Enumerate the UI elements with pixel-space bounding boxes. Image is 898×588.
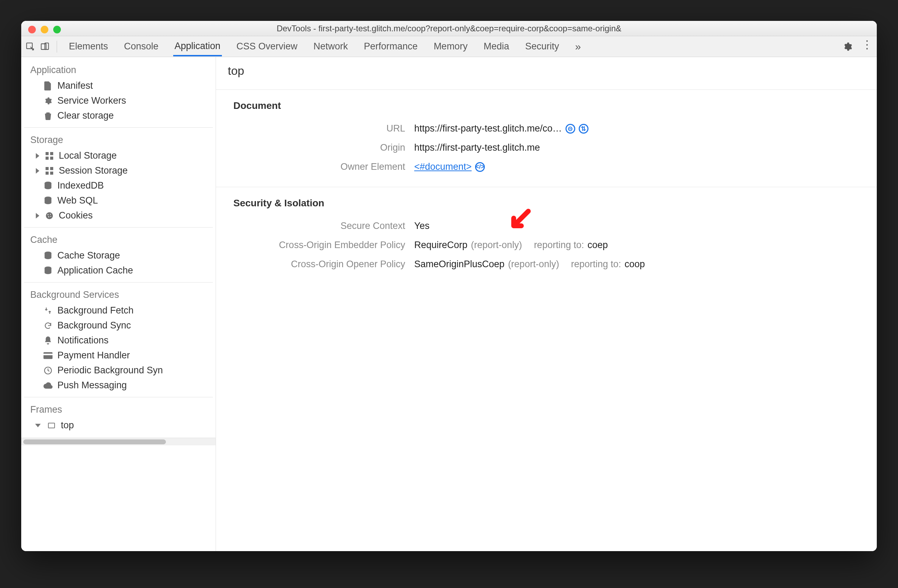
- sidebar-item-background-fetch[interactable]: Background Fetch: [24, 303, 213, 318]
- sync-icon: [43, 321, 52, 330]
- document-section: Document URL https://first-party-test.gl…: [216, 90, 877, 187]
- sidebar-item-manifest[interactable]: Manifest: [24, 78, 213, 93]
- svg-rect-10: [50, 171, 53, 175]
- sidebar-group-application: Application: [24, 62, 213, 78]
- more-options-icon[interactable]: ⋮: [861, 42, 873, 51]
- tab-security[interactable]: Security: [524, 37, 561, 56]
- sidebar-item-clear-storage[interactable]: Clear storage: [24, 108, 213, 123]
- tab-media[interactable]: Media: [482, 37, 511, 56]
- tab-css-overview[interactable]: CSS Overview: [235, 37, 299, 56]
- document-section-title: Document: [234, 100, 860, 111]
- settings-icon[interactable]: [843, 42, 852, 51]
- main-panel: top Document URL https://first-party-tes…: [216, 57, 877, 551]
- sidebar-divider: [24, 127, 213, 128]
- inspect-icon[interactable]: [25, 42, 35, 51]
- expand-icon: [36, 153, 39, 159]
- sidebar-item-label: Local Storage: [59, 150, 117, 161]
- more-tabs-icon[interactable]: »: [574, 37, 582, 57]
- svg-point-16: [48, 216, 49, 217]
- sidebar-item-label: Application Cache: [57, 265, 133, 276]
- sidebar-item-cache-storage[interactable]: Cache Storage: [24, 248, 213, 263]
- owner-link[interactable]: <#document>: [414, 162, 472, 172]
- security-section: Security & Isolation Secure Context Yes …: [216, 187, 877, 284]
- sidebar-item-indexeddb[interactable]: IndexedDB: [24, 178, 213, 193]
- card-icon: [43, 351, 52, 360]
- svg-rect-1: [42, 43, 46, 49]
- coep-value: RequireCorp: [414, 240, 467, 251]
- reveal-icon[interactable]: ⇅: [579, 124, 589, 134]
- sidebar-group-storage: Storage: [24, 132, 213, 148]
- svg-rect-9: [46, 171, 49, 175]
- sidebar-group-cache: Cache: [24, 232, 213, 248]
- sidebar-item-periodic-sync[interactable]: Periodic Background Syn: [24, 363, 213, 378]
- tabbar-divider: [57, 41, 57, 52]
- html-tag-icon[interactable]: </>: [475, 162, 485, 172]
- svg-rect-5: [46, 157, 49, 160]
- sidebar-item-frame-top[interactable]: top: [24, 418, 213, 433]
- coop-report-only: (report-only): [508, 259, 559, 269]
- content-area: Application Manifest Service Workers Cle…: [21, 57, 877, 551]
- coop-label: Cross-Origin Opener Policy: [234, 259, 414, 269]
- sidebar-item-label: Service Workers: [57, 95, 126, 106]
- fetch-icon: [43, 306, 52, 315]
- sidebar-item-session-storage[interactable]: Session Storage: [24, 163, 213, 178]
- coop-reporting-value: coop: [624, 259, 645, 269]
- device-toolbar-icon[interactable]: [40, 42, 50, 51]
- file-icon: [43, 82, 52, 91]
- sidebar-horizontal-scrollbar[interactable]: [21, 438, 215, 445]
- bell-icon: [43, 336, 52, 345]
- sidebar-item-label: Payment Handler: [57, 350, 130, 361]
- frame-heading: top: [216, 57, 877, 90]
- sidebar-item-label: Periodic Background Syn: [57, 365, 163, 376]
- origin-value: https://first-party-test.glitch.me: [414, 142, 540, 153]
- expand-icon: [36, 168, 39, 174]
- sidebar-item-payment-handler[interactable]: Payment Handler: [24, 348, 213, 363]
- window-titlebar: DevTools - first-party-test.glitch.me/co…: [21, 21, 877, 36]
- sidebar-item-label: Web SQL: [57, 195, 98, 206]
- row-origin: Origin https://first-party-test.glitch.m…: [234, 138, 860, 157]
- sidebar-item-background-sync[interactable]: Background Sync: [24, 318, 213, 333]
- trash-icon: [43, 111, 52, 120]
- svg-rect-4: [50, 152, 53, 155]
- sidebar-item-local-storage[interactable]: Local Storage: [24, 148, 213, 163]
- close-window-button[interactable]: [28, 26, 36, 34]
- database-icon: [43, 181, 52, 190]
- tab-performance[interactable]: Performance: [362, 37, 419, 56]
- svg-point-15: [50, 214, 51, 215]
- sidebar-item-label: Manifest: [57, 80, 93, 91]
- sidebar-item-push-messaging[interactable]: Push Messaging: [24, 378, 213, 393]
- grid-icon: [45, 151, 54, 160]
- window-title: DevTools - first-party-test.glitch.me/co…: [277, 24, 621, 34]
- secure-context-label: Secure Context: [234, 220, 414, 231]
- zoom-window-button[interactable]: [53, 26, 61, 34]
- sidebar-item-label: Push Messaging: [57, 380, 127, 391]
- sidebar-item-label: Cookies: [59, 210, 93, 221]
- sidebar-item-web-sql[interactable]: Web SQL: [24, 193, 213, 208]
- database-icon: [43, 196, 52, 205]
- row-secure-context: Secure Context Yes: [234, 216, 860, 236]
- grid-icon: [45, 166, 54, 175]
- sidebar-item-service-workers[interactable]: Service Workers: [24, 93, 213, 108]
- copy-icon[interactable]: ⊝: [566, 124, 575, 134]
- tab-network[interactable]: Network: [312, 37, 349, 56]
- sidebar-item-cookies[interactable]: Cookies: [24, 208, 213, 223]
- tab-list: Elements Console Application CSS Overvie…: [68, 37, 843, 57]
- devtools-window: DevTools - first-party-test.glitch.me/co…: [21, 21, 877, 551]
- tab-console[interactable]: Console: [123, 37, 160, 56]
- coop-value: SameOriginPlusCoep: [414, 259, 504, 269]
- sidebar-divider: [24, 397, 213, 397]
- sidebar-item-label: Session Storage: [59, 165, 128, 176]
- minimize-window-button[interactable]: [41, 26, 48, 34]
- tab-memory[interactable]: Memory: [432, 37, 469, 56]
- tab-application[interactable]: Application: [173, 37, 222, 56]
- row-owner-element: Owner Element <#document> </>: [234, 157, 860, 176]
- svg-rect-6: [50, 157, 53, 160]
- svg-rect-21: [43, 354, 52, 355]
- sidebar-item-label: Clear storage: [57, 110, 114, 121]
- url-value: https://first-party-test.glitch.me/co…: [414, 123, 562, 134]
- svg-rect-7: [46, 167, 49, 170]
- devtools-tabbar: Elements Console Application CSS Overvie…: [21, 36, 877, 57]
- sidebar-item-application-cache[interactable]: Application Cache: [24, 263, 213, 278]
- tab-elements[interactable]: Elements: [68, 37, 109, 56]
- sidebar-item-notifications[interactable]: Notifications: [24, 333, 213, 348]
